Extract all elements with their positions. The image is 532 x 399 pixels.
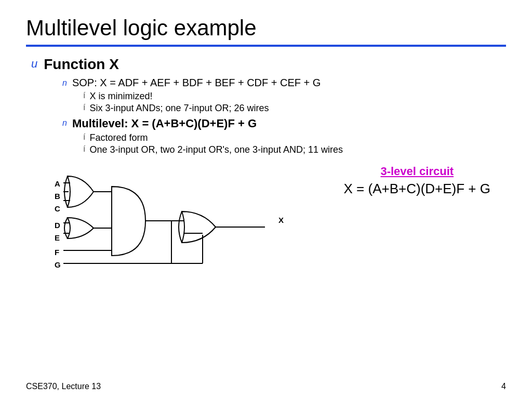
multilevel-sub2-text: One 3-input OR, two 2-input OR's, one 3-…	[89, 144, 343, 155]
i-marker-3: í	[83, 132, 85, 142]
n-marker-2: n	[62, 118, 67, 128]
sop-text: SOP: X = ADF + AEF + BDF + BEF + CDF + C…	[72, 77, 321, 89]
level-label: 3-level circuit	[344, 165, 490, 178]
multilevel-bullet: n Multilevel: X = (A+B+C)(D+E)F + G	[62, 117, 506, 130]
label-x: X	[278, 216, 284, 224]
n-marker-1: n	[62, 78, 67, 88]
circuit-info: 3-level circuit X = (A+B+C)(D+E)F + G	[344, 165, 490, 197]
circuit-section: A B C D E F G X	[26, 165, 506, 279]
u-marker: u	[31, 57, 37, 71]
footer-right: 4	[501, 382, 506, 391]
content-area: u Function X n SOP: X = ADF + AEF + BDF …	[26, 56, 506, 155]
multilevel-sub1: í Factored form	[83, 132, 506, 143]
slide: Multilevel logic example u Function X n …	[0, 0, 532, 399]
i-marker-2: í	[83, 103, 85, 112]
sop-sub-bullets: í X is minimized! í Six 3-input ANDs; on…	[62, 91, 506, 114]
function-label: Function X	[44, 56, 119, 73]
circuit-svg	[26, 165, 296, 279]
footer: CSE370, Lecture 13 4	[26, 382, 506, 391]
slide-title: Multilevel logic example	[26, 16, 506, 41]
sub-bullets-container: n SOP: X = ADF + AEF + BDF + BEF + CDF +…	[31, 77, 506, 155]
multilevel-sub2: í One 3-input OR, two 2-input OR's, one …	[83, 144, 506, 155]
label-c: C	[55, 204, 60, 213]
sop-sub2-text: Six 3-input ANDs; one 7-input OR; 26 wir…	[89, 103, 269, 114]
i-marker-1: í	[83, 91, 85, 100]
multilevel-text: Multilevel: X = (A+B+C)(D+E)F + G	[72, 117, 257, 130]
multilevel-sub-bullets: í Factored form í One 3-input OR, two 2-…	[62, 132, 506, 155]
title-divider	[26, 45, 506, 47]
label-e: E	[55, 233, 60, 242]
sop-sub1: í X is minimized!	[83, 91, 506, 102]
i-marker-4: í	[83, 144, 85, 154]
label-b: B	[55, 192, 60, 201]
sop-sub2: í Six 3-input ANDs; one 7-input OR; 26 w…	[83, 103, 506, 114]
label-d: D	[55, 221, 60, 230]
sop-bullet: n SOP: X = ADF + AEF + BDF + BEF + CDF +…	[62, 77, 506, 89]
footer-left: CSE370, Lecture 13	[26, 382, 101, 391]
circuit-diagram: A B C D E F G X	[26, 165, 296, 279]
label-g: G	[55, 260, 61, 269]
sop-sub1-text: X is minimized!	[89, 91, 152, 102]
label-a: A	[55, 179, 60, 188]
circuit-equation: X = (A+B+C)(D+E)F + G	[344, 181, 490, 197]
label-f: F	[55, 248, 59, 257]
multilevel-sub1-text: Factored form	[89, 132, 148, 143]
main-bullet-function: u Function X	[31, 56, 506, 73]
